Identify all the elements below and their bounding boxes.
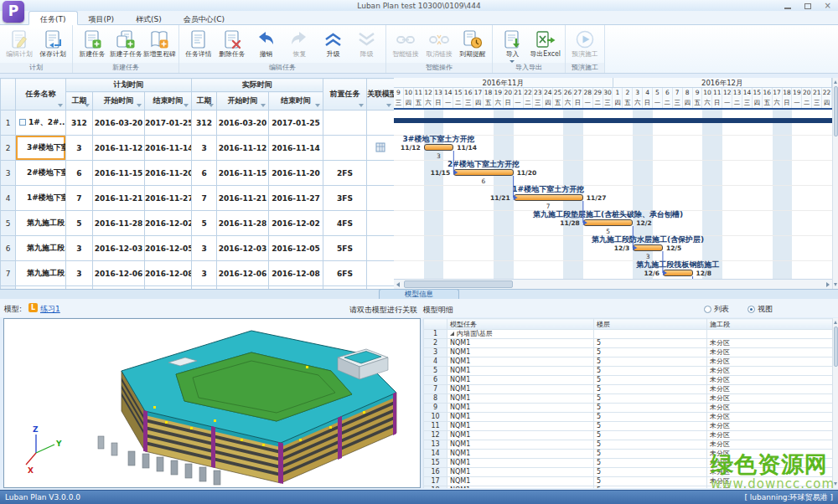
scroll-right-arrow-icon[interactable] [826,282,830,287]
filter-arrow-icon[interactable] [386,104,391,107]
menu-tab-1[interactable]: 项目(P) [78,12,125,26]
restore-button[interactable] [804,3,811,9]
gantt-day-number: 23 [533,88,543,98]
radio-视图[interactable]: 视图 [747,304,773,315]
task-name-cell[interactable]: 第九施工段... [16,236,66,261]
gantt-weekday: 四 [404,98,414,108]
save-plan-button[interactable]: 保存计划 [36,27,70,59]
collapse-triangle-icon[interactable] [450,332,454,336]
scroll-up-arrow-icon[interactable] [834,321,837,324]
task-name-cell[interactable]: 第九施工段... [16,211,66,236]
filter-arrow-icon[interactable] [137,104,142,107]
filter-arrow-icon[interactable] [184,104,189,107]
model-row-18[interactable]: 18NQM15未分区 [424,486,833,489]
task-row-7[interactable]: 7第九施工段...32016-12-062016-12-0832016-12-0… [1,261,395,286]
building-model: Z Y X [4,319,420,487]
task-row-5[interactable]: 5第九施工段...52016-11-282016-12-0252016-11-2… [1,211,395,236]
new-task-button[interactable]: 新建任务 [75,27,109,59]
linked-model-icon[interactable] [375,142,385,152]
radio-dot-icon[interactable] [704,306,711,313]
model-row-14[interactable]: 14NQM15未分区 [424,450,833,459]
model-3d-viewport[interactable]: Z Y X [3,318,421,488]
menu-tab-3[interactable]: 会员中心(C) [173,12,235,26]
model-row-15[interactable]: 15NQM15未分区 [424,459,833,468]
delete-task-button[interactable]: 删除任务 [215,27,249,59]
task-row-4[interactable]: 41#楼地下室...72016-11-212016-11-2772016-11-… [1,186,395,211]
filter-arrow-icon[interactable] [58,104,63,107]
title-bar: Luban Plan test 10300\0109\444 × [0,0,838,11]
filter-arrow-icon[interactable] [261,104,266,107]
filter-arrow-icon[interactable] [85,104,90,107]
model-row-6[interactable]: 6NQM15未分区 [424,376,833,385]
model-row-7[interactable]: 7NQM15未分区 [424,385,833,394]
model-row-2[interactable]: 2NQM15未分区 [424,339,833,348]
gantt-weekday: 四 [822,98,832,108]
model-row-1[interactable]: 1内墙面\基层 [424,330,833,339]
task-name-cell[interactable]: 1#楼地下室... [16,186,66,211]
filter-arrow-icon[interactable] [315,104,320,107]
task-name-cell[interactable]: 1#、2#... [16,111,66,136]
scroll-thumb[interactable] [834,86,838,136]
gantt-weekday: 六 [424,98,434,108]
task-row-6[interactable]: 6第九施工段...32016-12-032016-12-0532016-12-0… [1,236,395,261]
reminder-button[interactable]: 到期提醒 [456,27,489,59]
axis-z-label: Z [33,425,39,434]
task-row-1[interactable]: 11#、2#...3122016-03-202017-01-253122016-… [1,111,395,136]
gantt-horizontal-scrollbar[interactable] [394,279,832,289]
task-detail-button[interactable]: 任务详情 [182,27,215,59]
scroll-up-arrow-icon[interactable] [834,80,837,84]
task-name-cell[interactable]: 3#楼地下室... [16,136,66,161]
task-name-cell[interactable]: 2#楼地下室... [16,161,66,186]
menu-tab-0[interactable]: 任务(T) [28,11,78,25]
model-row-11[interactable]: 11NQM15未分区 [424,422,833,431]
gantt-weekday: 日 [504,98,514,108]
model-row-9[interactable]: 9NQM15未分区 [424,404,833,413]
scroll-left-arrow-icon[interactable] [396,282,400,287]
menu-tab-2[interactable]: 样式(S) [125,12,173,26]
export-excel-button[interactable]: 导出Excel [529,27,562,59]
gantt-vertical-scrollbar[interactable] [832,78,838,289]
new-subtask-button[interactable]: 新建子任务 [109,27,142,59]
export-excel-icon [535,29,556,49]
model-row-13[interactable]: 13NQM15未分区 [424,440,833,450]
model-row-4[interactable]: 4NQM15未分区 [424,357,833,367]
gantt-day-number: 15 [453,88,463,98]
scroll-down-arrow-icon[interactable] [834,482,837,486]
gantt-month-label: 2016年11月 [394,78,613,88]
new-milestone-button[interactable]: 新增里程碑 [142,27,176,59]
model-row-17[interactable]: 17NQM15未分区 [424,477,833,486]
gantt-weekday: 四 [753,98,763,108]
scroll-down-arrow-icon[interactable] [834,283,837,286]
model-row-3[interactable]: 3NQM15未分区 [424,348,833,357]
model-row-10[interactable]: 10NQM15未分区 [424,413,833,422]
tab-model-info[interactable]: 模型信息 [379,289,459,299]
checkbox[interactable] [19,119,26,126]
task-row-2[interactable]: 23#楼地下室...32016-11-122016-11-1432016-11-… [1,136,395,161]
model-table-scrollbar[interactable] [832,318,838,488]
scroll-thumb[interactable] [404,280,513,288]
model-link[interactable]: 练习1 [40,304,60,315]
gantt-day-number: 8 [683,88,693,98]
scroll-thumb[interactable] [834,327,838,367]
new-milestone-icon [148,29,170,49]
minimize-button[interactable] [784,8,791,9]
task-row-3[interactable]: 32#楼地下室...62016-11-152016-11-2062016-11-… [1,161,395,186]
undo-button[interactable]: 撤销 [249,27,282,59]
upgrade-button[interactable]: 升级 [316,27,349,59]
import-button[interactable]: 导入 [495,27,529,63]
model-row-16[interactable]: 16NQM15未分区 [424,468,833,477]
gantt-chart[interactable]: 3#楼地下室土方开挖11/1211/1432#楼地下室土方开挖11/1511/2… [394,110,832,279]
close-button[interactable]: × [825,3,831,9]
radio-列表[interactable]: 列表 [704,304,729,315]
gantt-day-number: 16 [463,88,473,98]
radio-dot-icon[interactable] [747,306,755,313]
gantt-weekday: 日 [434,98,444,108]
filter-arrow-icon[interactable] [209,104,214,107]
model-row-8[interactable]: 8NQM15未分区 [424,394,833,404]
model-row-5[interactable]: 5NQM15未分区 [424,367,833,376]
ribbon-group-2: 任务详情删除任务撤销恢复升级降级编辑任务 [179,25,386,73]
dependency-links [394,110,832,279]
model-row-12[interactable]: 12NQM15未分区 [424,431,833,440]
filter-arrow-icon[interactable] [359,104,364,107]
task-name-cell[interactable]: 第九施工段... [16,261,66,286]
